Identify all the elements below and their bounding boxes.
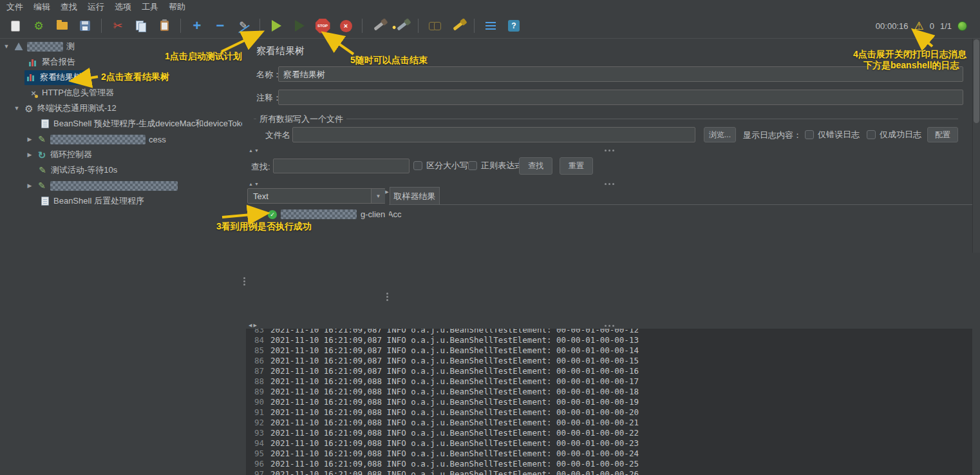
- splitter-collapse-icons[interactable]: ▲▼: [249, 180, 259, 187]
- horizontal-splitter-3[interactable]: ◀▶: [246, 322, 972, 329]
- document-icon: [41, 197, 49, 206]
- splitter-handle[interactable]: [605, 150, 614, 151]
- templates-glyph: ⚙: [33, 21, 43, 32]
- expand-arrow-icon[interactable]: ▶: [26, 151, 33, 158]
- splitter-handle[interactable]: [605, 183, 614, 185]
- log-line: 862021-11-10 16:21:09,087 INFO o.a.j.u.B…: [250, 356, 972, 366]
- tree-item-thread-group[interactable]: ▼ ⚙ 终端状态通用测试-12: [0, 101, 242, 116]
- save-icon[interactable]: [75, 17, 95, 35]
- splitter-expand-icon[interactable]: ▶: [385, 189, 388, 195]
- vertical-scrollbar[interactable]: [972, 39, 980, 253]
- horizontal-splitter-1[interactable]: ▲▼: [246, 147, 972, 153]
- tree-item-sampler-redacted[interactable]: ▶ ✎ cess: [0, 131, 242, 147]
- toolbar-status: 00:00:16 ⚠ 0 1/1: [876, 21, 976, 32]
- templates-icon[interactable]: ⚙: [29, 17, 48, 35]
- filename-input[interactable]: [292, 127, 695, 142]
- new-file-icon[interactable]: [6, 17, 25, 35]
- search-icon[interactable]: [425, 17, 444, 35]
- search-label: 查找:: [251, 161, 270, 173]
- stop-icon[interactable]: STOP: [313, 17, 332, 35]
- checkbox-box[interactable]: [805, 130, 814, 139]
- results-detail-splitter[interactable]: ▶: [385, 187, 389, 322]
- splitter-collapse-icons[interactable]: ▲▼: [249, 147, 259, 153]
- toggle-icon[interactable]: ✎: [234, 17, 253, 35]
- start-icon[interactable]: [267, 17, 286, 35]
- play-glyph: [272, 20, 281, 32]
- case-sensitive-checkbox[interactable]: 区分大小写: [413, 160, 468, 171]
- start-no-pauses-icon[interactable]: [290, 17, 309, 35]
- copy-glyph: [136, 21, 146, 32]
- menu-help[interactable]: 帮助: [164, 0, 191, 14]
- checkbox-box[interactable]: [867, 130, 876, 139]
- open-file-icon[interactable]: [52, 17, 71, 35]
- cut-icon[interactable]: ✂: [108, 17, 127, 35]
- collapse-arrow-icon[interactable]: ▼: [13, 105, 21, 111]
- log-line: 922021-11-10 16:21:09,088 INFO o.a.j.u.B…: [250, 418, 972, 428]
- tree-item-test-action-wait[interactable]: ✎ 测试活动-等待10s: [0, 162, 242, 178]
- reset-button[interactable]: 重置: [560, 157, 593, 175]
- splitter-collapse-icons[interactable]: ◀▶: [249, 322, 257, 329]
- menu-file[interactable]: 文件: [1, 0, 28, 14]
- menu-edit[interactable]: 编辑: [28, 0, 55, 14]
- response-view-dropdown[interactable]: Text ▼: [247, 188, 386, 204]
- expand-all-icon[interactable]: +: [187, 17, 207, 35]
- log-line: 852021-11-10 16:21:09,087 INFO o.a.j.u.B…: [250, 345, 972, 356]
- lines-glyph: [485, 22, 496, 30]
- open-folder-glyph: [57, 22, 68, 30]
- tree-item-beanshell-postprocessor[interactable]: BeanShell 后置处理程序: [0, 193, 242, 209]
- browse-button[interactable]: 浏览...: [704, 127, 736, 142]
- success-only-checkbox[interactable]: 仅成功日志: [867, 129, 921, 141]
- expand-arrow-icon[interactable]: ▶: [26, 136, 33, 142]
- annotation-step4-line2: 下方是beanshell的日志: [863, 60, 959, 72]
- expand-arrow-icon[interactable]: ▶: [26, 182, 33, 189]
- errors-only-checkbox[interactable]: 仅错误日志: [805, 129, 860, 141]
- menu-run[interactable]: 运行: [82, 0, 109, 14]
- splitter-handle[interactable]: [386, 291, 388, 302]
- checkbox-box[interactable]: [468, 161, 477, 170]
- paste-icon[interactable]: [155, 17, 174, 35]
- configure-button[interactable]: 配置: [927, 127, 958, 142]
- clear-icon[interactable]: [369, 17, 388, 35]
- toolbar: ⚙ ✂ + − ✎ STOP × ? 00:00:16 ⚠ 0 1/1: [0, 14, 980, 39]
- tree-item-label: 察看结果树: [40, 72, 82, 83]
- scrollbar-thumb[interactable]: [974, 39, 979, 123]
- function-helper-icon[interactable]: [481, 17, 500, 35]
- log-warnings-icon[interactable]: ⚠: [914, 21, 923, 32]
- find-button[interactable]: 查找: [519, 157, 552, 175]
- copy-icon[interactable]: [131, 17, 151, 35]
- menu-options[interactable]: 选项: [109, 0, 137, 14]
- clear-all-icon[interactable]: [392, 17, 411, 35]
- help-icon[interactable]: ?: [504, 17, 523, 35]
- tab-sampler-result[interactable]: 取样器结果: [390, 187, 440, 205]
- result-tree-item[interactable]: ✓ g-clientAcc: [268, 209, 402, 219]
- annotation-step4-line1: 4点击展开关闭打印日志消息: [853, 49, 966, 61]
- annotation-step2: 2点击查看结果树: [101, 72, 169, 83]
- regex-checkbox[interactable]: 正则表达式: [468, 160, 523, 171]
- stop-octagon-glyph: STOP: [316, 19, 330, 34]
- toolbar-separator: [180, 19, 181, 33]
- selected-tree-item: 察看结果树: [24, 70, 87, 85]
- tree-item-label: 测: [66, 41, 75, 52]
- tree-item-loop-controller[interactable]: ▶ ↻ 循环控制器: [0, 147, 242, 162]
- pencil-icon: ✎: [38, 181, 46, 190]
- test-plan-tree: ▼ 测 聚合报告 察看结果树 × HTTP信息头管理器 ▼ ⚙ 终端状态通用测试…: [0, 39, 242, 475]
- horizontal-splitter-2[interactable]: ▲▼: [246, 180, 972, 187]
- tree-item-sampler-redacted-2[interactable]: ▶ ✎: [0, 178, 242, 193]
- log-line: 942021-11-10 16:21:09,088 INFO o.a.j.u.B…: [250, 438, 972, 449]
- shutdown-icon[interactable]: ×: [336, 17, 355, 35]
- menu-tools[interactable]: 工具: [137, 0, 164, 14]
- tab-bar-line: [389, 204, 972, 205]
- tree-item-http-header-manager[interactable]: × HTTP信息头管理器: [0, 85, 242, 101]
- collapse-arrow-icon[interactable]: ▼: [3, 43, 10, 50]
- splitter-handle[interactable]: [605, 325, 614, 327]
- checkbox-box[interactable]: [413, 161, 422, 170]
- comment-input[interactable]: [278, 90, 963, 105]
- menu-search[interactable]: 查找: [55, 0, 82, 14]
- tree-item-beanshell-preprocessor[interactable]: BeanShell 预处理程序-生成deviceMac和deviceToken: [0, 116, 242, 131]
- collapse-all-icon[interactable]: −: [211, 17, 230, 35]
- search-reset-icon[interactable]: [448, 17, 467, 35]
- chevron-down-icon[interactable]: ▼: [371, 189, 385, 203]
- splitter-handle[interactable]: [243, 276, 245, 287]
- name-input[interactable]: 察看结果树: [278, 66, 963, 82]
- search-input[interactable]: [273, 159, 410, 173]
